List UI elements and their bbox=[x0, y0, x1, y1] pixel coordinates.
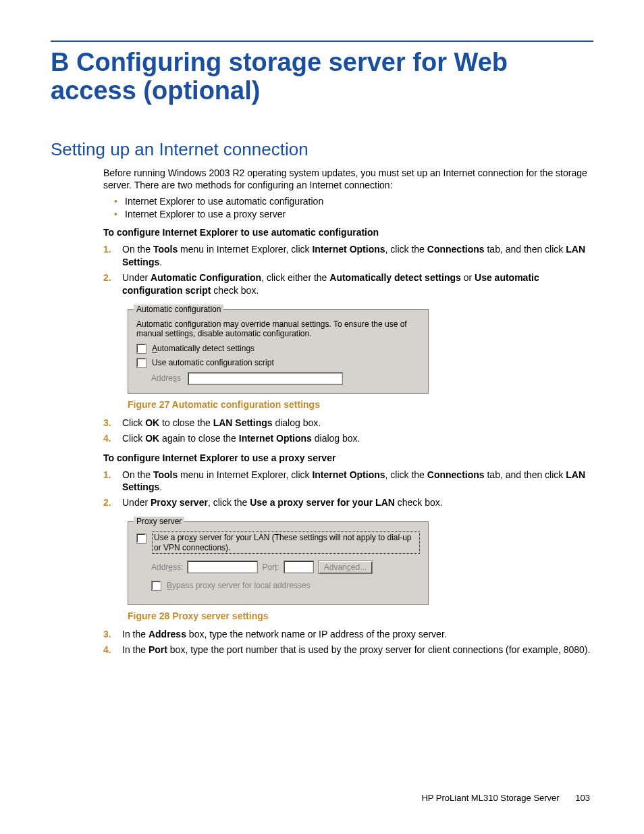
checkbox-icon[interactable] bbox=[136, 533, 146, 544]
figure-27-caption: Figure 27 Automatic configuration settin… bbox=[128, 399, 593, 410]
footer-text: HP ProLiant ML310 Storage Server bbox=[421, 793, 559, 803]
figure-28-fieldset: Proxy server Use a proxy server for your… bbox=[128, 521, 429, 605]
step-text: On the Tools menu in Internet Explorer, … bbox=[122, 469, 585, 493]
figure-28-caption: Figure 28 Proxy server settings bbox=[128, 610, 593, 621]
bypass-label: Bypass proxy server for local addresses bbox=[167, 581, 311, 590]
section-title: Setting up an Internet connection bbox=[51, 139, 593, 160]
address-row: Address bbox=[151, 372, 420, 385]
checkbox-row[interactable]: Use automatic configuration script bbox=[136, 358, 420, 368]
fieldset-legend: Automatic configuration bbox=[134, 305, 223, 314]
footer: HP ProLiant ML310 Storage Server 103 bbox=[421, 793, 590, 803]
proxy-address-row: Address: Port: Advanced... bbox=[151, 561, 420, 574]
bullet-item: Internet Explorer to use a proxy server bbox=[114, 209, 593, 219]
page: B Configuring storage server for Web acc… bbox=[0, 0, 644, 834]
step-text: On the Tools menu in Internet Explorer, … bbox=[122, 244, 585, 267]
address-input[interactable] bbox=[188, 372, 343, 385]
proxy-main-label: Use a proxy server for your LAN (These s… bbox=[152, 531, 420, 554]
step-text: Under Automatic Configuration, click eit… bbox=[122, 272, 539, 296]
checkbox-icon[interactable] bbox=[136, 358, 146, 368]
step-item: 4.Click OK again to close the Internet O… bbox=[103, 432, 593, 445]
steps-auto-a: 1.On the Tools menu in Internet Explorer… bbox=[103, 243, 593, 297]
chapter-title: B Configuring storage server for Web acc… bbox=[51, 49, 593, 105]
step-text: In the Address box, type the network nam… bbox=[122, 629, 447, 640]
checkbox-icon[interactable] bbox=[151, 581, 161, 591]
step-text: Under Proxy server, click the Use a prox… bbox=[122, 497, 443, 508]
step-item: 1.On the Tools menu in Internet Explorer… bbox=[103, 243, 593, 269]
checkbox-row[interactable]: Automatically detect settings bbox=[136, 344, 420, 354]
step-text: In the Port box, type the port number th… bbox=[122, 644, 590, 655]
page-number: 103 bbox=[575, 793, 590, 803]
step-item: 3.In the Address box, type the network n… bbox=[103, 628, 593, 641]
steps-proxy-b: 3.In the Address box, type the network n… bbox=[103, 628, 593, 656]
bullet-item: Internet Explorer to use automatic confi… bbox=[114, 196, 593, 207]
proxy-address-input[interactable] bbox=[187, 561, 258, 573]
intro-paragraph: Before running Windows 2003 R2 operating… bbox=[103, 167, 593, 192]
step-item: 2.Under Automatic Configuration, click e… bbox=[103, 271, 593, 297]
figure-27-fieldset: Automatic configuration Automatic config… bbox=[128, 309, 429, 394]
checkbox-label: Automatically detect settings bbox=[152, 344, 254, 353]
top-rule bbox=[51, 41, 593, 42]
port-label: Port: bbox=[262, 563, 279, 572]
body-block: Before running Windows 2003 R2 operating… bbox=[103, 167, 593, 656]
checkbox-icon[interactable] bbox=[136, 344, 146, 354]
bullet-list: Internet Explorer to use automatic confi… bbox=[103, 196, 593, 219]
step-item: 1.On the Tools menu in Internet Explorer… bbox=[103, 469, 593, 494]
checkbox-label: Use automatic configuration script bbox=[152, 358, 274, 367]
step-item: 4.In the Port box, type the port number … bbox=[103, 644, 593, 656]
address-label: Address bbox=[151, 373, 181, 383]
step-item: 3.Click OK to close the LAN Settings dia… bbox=[103, 417, 593, 429]
advanced-button[interactable]: Advanced... bbox=[318, 561, 373, 574]
subhead-proxy: To configure Internet Explorer to use a … bbox=[103, 452, 593, 465]
fieldset-description: Automatic configuration may override man… bbox=[136, 319, 420, 338]
step-text: Click OK again to close the Internet Opt… bbox=[122, 433, 360, 444]
proxy-main-row[interactable]: Use a proxy server for your LAN (These s… bbox=[136, 531, 420, 554]
step-item: 2.Under Proxy server, click the Use a pr… bbox=[103, 496, 593, 509]
subhead-auto: To configure Internet Explorer to use au… bbox=[103, 226, 593, 239]
proxy-port-input[interactable] bbox=[284, 561, 314, 573]
bypass-row[interactable]: Bypass proxy server for local addresses bbox=[151, 581, 420, 591]
steps-proxy-a: 1.On the Tools menu in Internet Explorer… bbox=[103, 469, 593, 510]
steps-auto-b: 3.Click OK to close the LAN Settings dia… bbox=[103, 417, 593, 445]
step-text: Click OK to close the LAN Settings dialo… bbox=[122, 417, 321, 428]
fieldset-legend: Proxy server bbox=[134, 517, 184, 526]
address-label: Address: bbox=[151, 563, 183, 572]
